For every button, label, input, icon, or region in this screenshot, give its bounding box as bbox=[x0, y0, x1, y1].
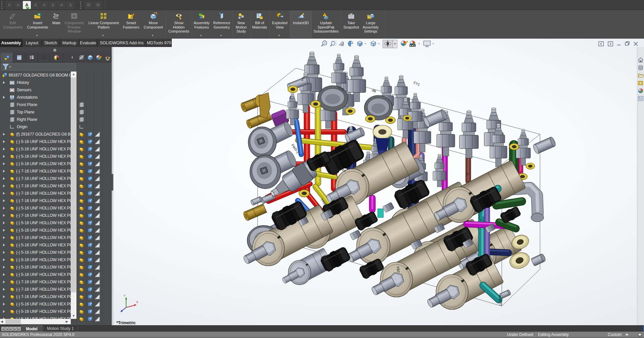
svg-text:!: ! bbox=[324, 13, 325, 16]
svg-text:263677: 263677 bbox=[498, 294, 502, 306]
svg-text:-88: -88 bbox=[371, 88, 377, 93]
svg-text:*Trimetric: *Trimetric bbox=[116, 321, 136, 325]
svg-text:CY1: CY1 bbox=[413, 81, 421, 87]
svg-text:Y: Y bbox=[123, 294, 125, 297]
svg-text:X: X bbox=[136, 300, 138, 304]
